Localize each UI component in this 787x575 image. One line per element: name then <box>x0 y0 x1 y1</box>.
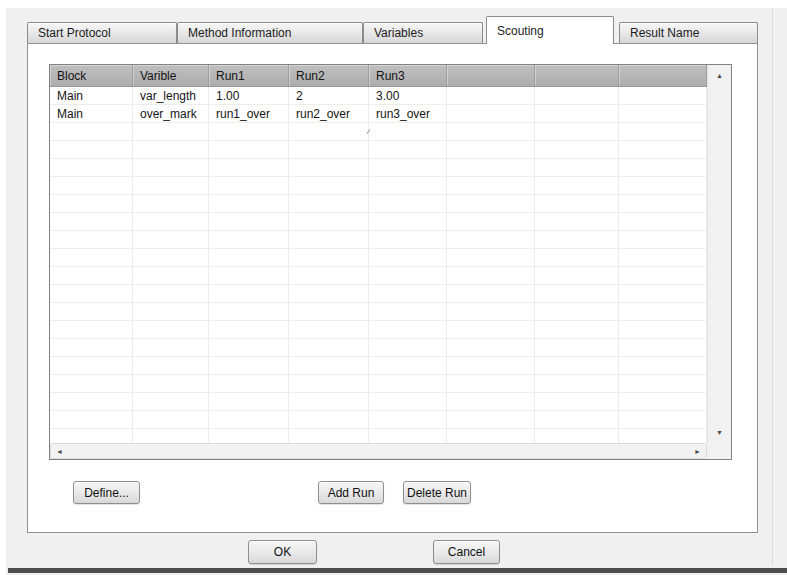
grid-cell[interactable] <box>619 375 707 392</box>
grid-cell[interactable] <box>619 339 707 356</box>
grid-cell[interactable] <box>619 213 707 230</box>
column-header-run3[interactable]: Run3 <box>369 65 447 86</box>
grid-cell[interactable] <box>535 87 619 104</box>
grid-cell[interactable] <box>447 267 535 284</box>
grid-cell[interactable] <box>289 393 369 410</box>
grid-cell[interactable] <box>535 213 619 230</box>
table-row[interactable] <box>50 141 707 159</box>
grid-cell[interactable] <box>447 411 535 428</box>
grid-cell[interactable] <box>289 357 369 374</box>
grid-cell[interactable] <box>619 177 707 194</box>
grid-cell[interactable] <box>209 393 289 410</box>
grid-cell[interactable] <box>50 159 133 176</box>
grid-cell[interactable] <box>209 321 289 338</box>
table-row[interactable] <box>50 321 707 339</box>
delete-run-button[interactable]: Delete Run <box>403 481 471 504</box>
table-row[interactable] <box>50 267 707 285</box>
grid-cell[interactable] <box>133 375 209 392</box>
grid-cell[interactable] <box>535 159 619 176</box>
define-button[interactable]: Define... <box>73 481 140 504</box>
grid-cell[interactable] <box>133 159 209 176</box>
horizontal-scrollbar[interactable]: ◄ ► <box>50 443 707 459</box>
grid-cell[interactable] <box>209 159 289 176</box>
grid-cell[interactable] <box>369 177 447 194</box>
grid-cell[interactable] <box>133 429 209 443</box>
grid-cell[interactable] <box>289 213 369 230</box>
grid-cell[interactable] <box>447 87 535 104</box>
grid-cell[interactable]: 1.00 <box>209 87 289 104</box>
grid-cell[interactable] <box>619 303 707 320</box>
table-row[interactable] <box>50 357 707 375</box>
grid-cell[interactable]: over_mark <box>133 105 209 122</box>
grid-cell[interactable] <box>535 339 619 356</box>
grid-cell[interactable] <box>619 123 707 140</box>
grid-cell[interactable] <box>535 231 619 248</box>
grid-cell[interactable] <box>289 303 369 320</box>
grid-cell[interactable] <box>50 393 133 410</box>
grid-cell[interactable] <box>535 285 619 302</box>
table-row[interactable] <box>50 285 707 303</box>
grid-cell[interactable] <box>619 321 707 338</box>
scroll-left-icon[interactable]: ◄ <box>56 448 63 455</box>
tab-start-protocol[interactable]: Start Protocol <box>27 22 177 43</box>
grid-cell[interactable] <box>619 159 707 176</box>
grid-cell[interactable] <box>209 357 289 374</box>
grid-cell[interactable] <box>50 429 133 443</box>
grid-cell[interactable] <box>535 249 619 266</box>
ok-button[interactable]: OK <box>248 540 317 564</box>
grid-cell[interactable] <box>535 195 619 212</box>
grid-cell[interactable] <box>535 105 619 122</box>
grid-cell[interactable] <box>209 267 289 284</box>
grid-cell[interactable] <box>209 249 289 266</box>
grid-cell[interactable] <box>447 195 535 212</box>
grid-cell[interactable] <box>209 195 289 212</box>
grid-cell[interactable] <box>619 357 707 374</box>
grid-cell[interactable] <box>209 231 289 248</box>
grid-cell[interactable] <box>289 339 369 356</box>
table-row[interactable] <box>50 411 707 429</box>
grid-cell[interactable] <box>369 303 447 320</box>
grid-cell[interactable] <box>209 213 289 230</box>
grid-cell[interactable] <box>369 267 447 284</box>
grid-cell[interactable] <box>289 123 369 140</box>
grid-cell[interactable] <box>369 393 447 410</box>
grid-cell[interactable] <box>535 429 619 443</box>
grid-cell[interactable] <box>535 177 619 194</box>
grid-cell[interactable]: run2_over <box>289 105 369 122</box>
table-row[interactable] <box>50 177 707 195</box>
grid-cell[interactable] <box>209 123 289 140</box>
grid-cell[interactable] <box>289 195 369 212</box>
grid-cell[interactable] <box>619 249 707 266</box>
scroll-up-icon[interactable]: ▲ <box>708 72 731 79</box>
tab-method-information[interactable]: Method Information <box>177 22 363 43</box>
table-row[interactable] <box>50 339 707 357</box>
grid-cell[interactable] <box>50 267 133 284</box>
cancel-button[interactable]: Cancel <box>433 540 500 564</box>
grid-cell[interactable] <box>369 141 447 158</box>
grid-cell[interactable] <box>619 429 707 443</box>
grid-cell[interactable] <box>447 159 535 176</box>
grid-cell[interactable] <box>289 321 369 338</box>
table-row[interactable] <box>50 159 707 177</box>
column-header-run1[interactable]: Run1 <box>209 65 289 86</box>
table-row[interactable]: Mainvar_length1.0023.00 <box>50 87 707 105</box>
grid-cell[interactable] <box>50 195 133 212</box>
grid-cell[interactable] <box>289 231 369 248</box>
grid-cell[interactable] <box>289 249 369 266</box>
grid-cell[interactable] <box>289 177 369 194</box>
grid-cell[interactable] <box>619 285 707 302</box>
grid-cell[interactable] <box>50 303 133 320</box>
grid-cell[interactable] <box>447 231 535 248</box>
table-row[interactable] <box>50 195 707 213</box>
scroll-right-icon[interactable]: ► <box>694 448 701 455</box>
grid-cell[interactable] <box>535 267 619 284</box>
table-row[interactable] <box>50 393 707 411</box>
grid-cell[interactable] <box>209 141 289 158</box>
grid-cell[interactable] <box>369 159 447 176</box>
grid-cell[interactable] <box>289 375 369 392</box>
grid-cell[interactable] <box>447 123 535 140</box>
table-row[interactable] <box>50 303 707 321</box>
grid-cell[interactable] <box>289 429 369 443</box>
grid-cell[interactable] <box>50 411 133 428</box>
grid-cell[interactable]: Main <box>50 105 133 122</box>
